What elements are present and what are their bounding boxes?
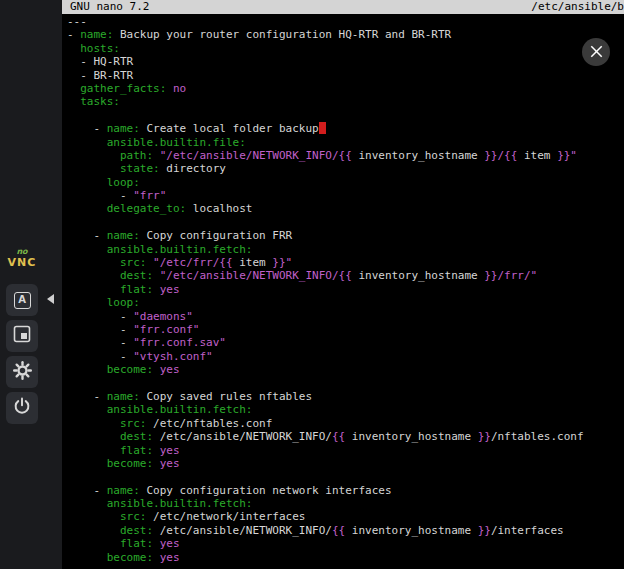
code-line: src: /etc/nftables.conf	[67, 417, 624, 430]
code-line: path: "/etc/ansible/NETWORK_INFO/{{ inve…	[67, 149, 624, 162]
code-line: ansible.builtin.fetch:	[67, 403, 624, 416]
code-line	[67, 216, 624, 229]
chevron-left-icon	[47, 294, 54, 304]
code-line: - "frr.conf.sav"	[67, 336, 624, 349]
code-line: ---	[67, 15, 624, 28]
code-line: delegate_to: localhost	[67, 202, 624, 215]
code-line: hosts:	[67, 42, 624, 55]
code-line: - "daemons"	[67, 310, 624, 323]
power-icon	[13, 397, 31, 419]
novnc-logo: no VNC	[4, 246, 40, 268]
fullscreen-icon	[13, 325, 31, 347]
text-cursor	[319, 122, 326, 134]
power-button[interactable]	[6, 392, 38, 424]
editor-lines[interactable]: ---- name: Backup your router configurat…	[62, 14, 624, 564]
code-line: - BR-RTR	[67, 69, 624, 82]
code-line	[67, 470, 624, 483]
code-line: src: "/etc/frr/{{ item }}"	[67, 256, 624, 269]
code-line: become: yes	[67, 363, 624, 376]
code-line: flat: yes	[67, 537, 624, 550]
code-line: - "frr"	[67, 189, 624, 202]
nano-title-bar: GNU nano 7.2 /etc/ansible/b	[62, 0, 624, 14]
nano-app-title: GNU nano 7.2	[70, 0, 149, 14]
gear-icon	[13, 361, 32, 384]
code-line: - name: Create local folder backup	[67, 122, 624, 135]
fullscreen-button[interactable]	[6, 320, 38, 352]
keyboard-a-icon: A	[14, 292, 31, 309]
close-icon	[590, 43, 603, 62]
code-line: dest: "/etc/ansible/NETWORK_INFO/{{ inve…	[67, 269, 624, 282]
vnc-control-panel: no VNC A	[0, 0, 62, 569]
close-button[interactable]	[582, 38, 610, 66]
code-line: state: directory	[67, 162, 624, 175]
novnc-logo-bottom: VNC	[4, 257, 40, 268]
code-line	[67, 377, 624, 390]
code-line: loop:	[67, 176, 624, 189]
code-line: ansible.builtin.fetch:	[67, 497, 624, 510]
code-line: - name: Copy configuration network inter…	[67, 484, 624, 497]
code-line	[67, 109, 624, 122]
code-line: ansible.builtin.fetch:	[67, 243, 624, 256]
extra-keys-button[interactable]: A	[6, 284, 38, 316]
code-line: flat: yes	[67, 283, 624, 296]
nano-file-path: /etc/ansible/b	[531, 0, 624, 14]
code-line: flat: yes	[67, 444, 624, 457]
terminal-window[interactable]: GNU nano 7.2 /etc/ansible/b ---- name: B…	[62, 0, 624, 569]
code-line: - name: Copy configuration FRR	[67, 229, 624, 242]
code-line: gather_facts: no	[67, 82, 624, 95]
code-line: become: yes	[67, 457, 624, 470]
code-line: src: /etc/network/interfaces	[67, 510, 624, 523]
code-line: - "frr.conf"	[67, 323, 624, 336]
code-line: - name: Copy saved rules nftables	[67, 390, 624, 403]
settings-button[interactable]	[6, 356, 38, 388]
code-line: ansible.builtin.file:	[67, 136, 624, 149]
code-line: dest: /etc/ansible/NETWORK_INFO/{{ inven…	[67, 430, 624, 443]
code-line: dest: /etc/ansible/NETWORK_INFO/{{ inven…	[67, 524, 624, 537]
code-line: - "vtysh.conf"	[67, 350, 624, 363]
code-line: loop:	[67, 296, 624, 309]
code-line: become: yes	[67, 551, 624, 564]
code-line: tasks:	[67, 95, 624, 108]
code-line: - name: Backup your router configuration…	[67, 28, 624, 41]
control-bar-handle[interactable]	[43, 287, 57, 311]
code-line: - HQ-RTR	[67, 55, 624, 68]
